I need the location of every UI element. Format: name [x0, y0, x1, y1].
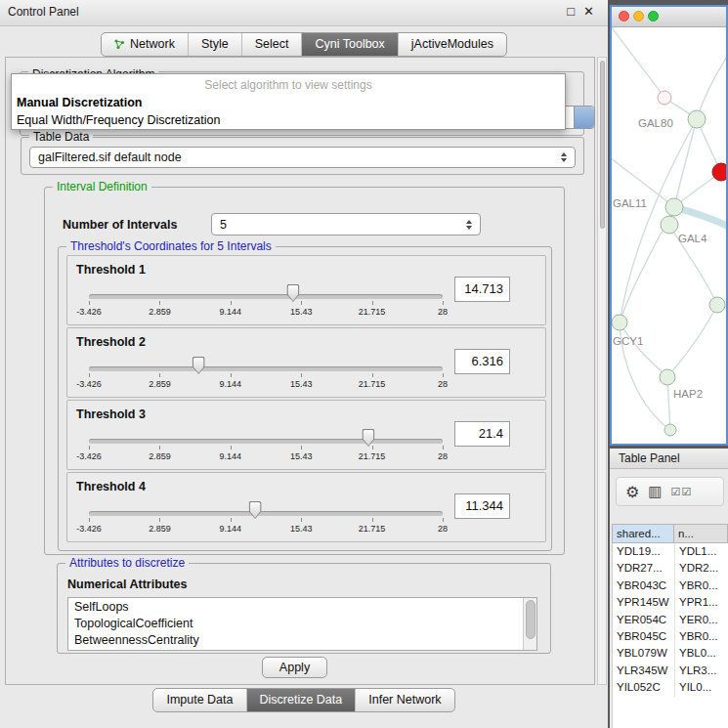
scrollbar-thumb[interactable]: [526, 600, 535, 639]
tab-label: Discretize Data: [260, 689, 343, 711]
threshold-4-slider[interactable]: -3.4262.8599.14415.4321.71528: [89, 498, 443, 539]
node-label: GCY1: [613, 335, 643, 347]
slider-thumb[interactable]: [362, 429, 374, 447]
network-node[interactable]: [660, 369, 675, 385]
threshold-1-slider[interactable]: -3.4262.8599.14415.4321.71528: [89, 281, 443, 322]
close-icon[interactable]: ✕: [583, 4, 594, 19]
threshold-4-block: Threshold 4 -3.4262.8599.14415.4321.7152…: [66, 472, 546, 542]
slider-thumb[interactable]: [286, 284, 299, 302]
dropdown-items: Manual DiscretizationEqual Width/Frequen…: [12, 94, 565, 129]
network-node[interactable]: [709, 297, 725, 313]
tick-label: 15.43: [290, 451, 313, 461]
gear-icon[interactable]: ⚙: [625, 483, 639, 501]
table-row[interactable]: YBL079WYBL0...: [613, 645, 728, 662]
dropdown-item[interactable]: Equal Width/Frequency Discretization: [12, 111, 565, 129]
slider-tick: [301, 373, 302, 377]
desktop: Control Panel □ ✕ NetworkStyleSelectCyni…: [0, 0, 728, 728]
tab-cyni-toolbox[interactable]: Cyni Toolbox: [301, 33, 397, 56]
group-label-interval-definition: Interval Definition: [53, 180, 151, 193]
network-node[interactable]: [664, 424, 676, 436]
tab-infer-network[interactable]: Infer Network: [355, 689, 453, 711]
dropdown-placeholder: Select algorithm to view settings: [12, 76, 565, 94]
network-node[interactable]: [661, 216, 678, 234]
network-node[interactable]: [712, 163, 726, 181]
tick-label: -3.426: [76, 451, 102, 461]
slider-tick: [159, 518, 160, 522]
tab-label: Cyni Toolbox: [315, 33, 384, 56]
select-columns-icon[interactable]: ☑☑: [671, 486, 693, 498]
columns-icon[interactable]: ▥: [648, 483, 662, 500]
table-row[interactable]: YPR145WYPR1...: [613, 594, 728, 611]
table-data-combobox[interactable]: galFiltered.sif default node: [29, 147, 576, 168]
float-icon[interactable]: □: [567, 4, 575, 19]
tab-impute-data[interactable]: Impute Data: [153, 689, 245, 711]
tick-label: 9.144: [220, 379, 242, 389]
column-header-shared-name[interactable]: shared...: [612, 524, 674, 543]
table-cell: YBL0...: [675, 645, 728, 662]
threshold-2-slider[interactable]: -3.4262.8599.14415.4321.71528: [89, 354, 443, 395]
slider-thumb[interactable]: [249, 501, 262, 519]
table-row[interactable]: YIL052CYIL0...: [613, 679, 728, 696]
network-view-window: GAL80GAL11GAL4GCY1HAP2: [610, 5, 728, 446]
tick-label: 28: [438, 307, 448, 317]
threshold-2-value[interactable]: 6.316: [454, 349, 510, 374]
list-scrollbar[interactable]: [523, 598, 536, 650]
apply-button[interactable]: Apply: [262, 657, 327, 678]
threshold-4-value[interactable]: 11.344: [454, 493, 510, 519]
column-header-name[interactable]: n...: [674, 524, 728, 543]
network-node[interactable]: [612, 315, 627, 330]
network-node[interactable]: [688, 110, 706, 128]
close-traffic-icon[interactable]: [619, 11, 629, 21]
table-cell: YPR1...: [675, 594, 728, 611]
number-of-intervals-combobox[interactable]: 5: [211, 213, 481, 236]
tab-label: Style: [201, 33, 229, 56]
threshold-3-value[interactable]: 21.4: [454, 421, 510, 447]
table-row[interactable]: YBR043CYBR0...: [613, 578, 728, 594]
tick-label: -3.426: [76, 379, 102, 389]
control-panel-body: Discretization Algorithm Select algorith…: [5, 57, 595, 685]
window-buttons: □ ✕: [567, 4, 594, 19]
network-node[interactable]: [665, 198, 683, 216]
slider-tick: [159, 446, 160, 450]
list-item[interactable]: SelfLoops: [68, 599, 536, 616]
table-row[interactable]: YDR27...YDR2...: [613, 560, 728, 577]
table-data-value: galFiltered.sif default node: [30, 150, 556, 164]
control-panel-titlebar: Control Panel □ ✕: [0, 0, 608, 26]
tab-select[interactable]: Select: [241, 33, 302, 56]
tab-style[interactable]: Style: [188, 33, 241, 56]
network-node[interactable]: [658, 91, 671, 105]
control-panel-scrollbar[interactable]: [597, 57, 607, 685]
scrollbar-thumb[interactable]: [600, 61, 605, 229]
control-panel: Control Panel □ ✕ NetworkStyleSelectCyni…: [0, 0, 608, 728]
table-data-group: Table Data galFiltered.sif default node: [21, 137, 584, 175]
zoom-traffic-icon[interactable]: [648, 11, 659, 21]
table-row[interactable]: YER054CYER0...: [613, 612, 728, 628]
dropdown-item[interactable]: Manual Discretization: [12, 94, 565, 111]
number-of-intervals-label: Number of Intervals: [63, 218, 177, 232]
slider-track: [89, 294, 443, 299]
table-cell: YDL19...: [613, 543, 675, 560]
network-edge: [697, 57, 726, 119]
network-icon: [114, 39, 125, 50]
slider-tick: [443, 301, 444, 305]
minimize-traffic-icon[interactable]: [633, 11, 644, 21]
combo-arrows-icon: [556, 152, 571, 162]
table-cell: YDL1...: [675, 543, 728, 560]
list-item[interactable]: TopologicalCoefficient: [68, 616, 536, 632]
threshold-1-value[interactable]: 14.713: [454, 277, 510, 302]
tick-label: -3.426: [76, 307, 102, 317]
list-item[interactable]: BetweennessCentrality: [68, 632, 536, 649]
network-canvas[interactable]: GAL80GAL11GAL4GCY1HAP2: [612, 27, 726, 445]
slider-tick: [89, 373, 90, 377]
table-row[interactable]: YLR345WYLR3...: [613, 663, 728, 679]
thresholds-group: Threshold's Coordinates for 5 Intervals …: [58, 246, 552, 551]
tab-jactivemodules[interactable]: jActiveModules: [398, 33, 506, 56]
tab-network[interactable]: Network: [102, 33, 188, 56]
table-header-row: shared... n...: [612, 524, 728, 543]
table-row[interactable]: YBR045CYBR0...: [613, 628, 728, 645]
numerical-attributes-list[interactable]: SelfLoopsTopologicalCoefficientBetweenne…: [67, 597, 537, 651]
slider-thumb[interactable]: [193, 357, 205, 374]
table-row[interactable]: YDL19...YDL1...: [613, 543, 728, 560]
tab-discretize-data[interactable]: Discretize Data: [246, 689, 356, 711]
threshold-3-slider[interactable]: -3.4262.8599.14415.4321.71528: [89, 426, 443, 467]
